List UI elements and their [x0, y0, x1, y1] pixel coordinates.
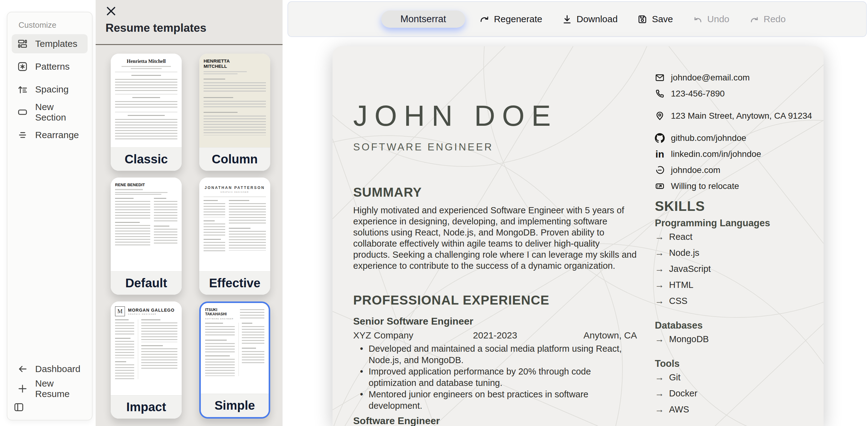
skills-list: MongoDB	[655, 331, 815, 347]
contact-address: 123 Main Street, Anytown, CA 91234	[655, 102, 815, 130]
sidebar-item-label: Patterns	[35, 61, 70, 72]
skills-group-programming-languages: Programming Languages React Node.js Java…	[655, 218, 815, 309]
font-select-button[interactable]: Montserrat	[381, 10, 465, 28]
new-resume-button[interactable]: New Resume	[12, 380, 88, 398]
email-icon	[655, 73, 665, 83]
thumbnail-name: RENE BENEDIT	[115, 183, 177, 187]
github-icon	[655, 133, 665, 143]
contact-text: johndoe@email.com	[671, 73, 750, 83]
regenerate-button[interactable]: Regenerate	[479, 14, 542, 24]
resume-side-column: johndoe@email.com 123 Main Street, Anyto…	[655, 70, 815, 417]
contact-text: linkedin.com/in/johndoe	[671, 149, 761, 159]
undo-button[interactable]: Undo	[693, 14, 730, 24]
customize-label: Customize	[19, 20, 92, 30]
thumbnail-subtitle: GRAPHIC DESIGNER	[204, 191, 266, 193]
template-thumbnail: HENRIETTA MITCHELL	[199, 54, 270, 148]
regenerate-icon	[479, 14, 490, 24]
skill-item: Node.js	[655, 245, 815, 261]
contact-list: johndoe@email.com 123 Main Street, Anyto…	[655, 70, 815, 194]
collapse-sidebar-button[interactable]	[12, 399, 88, 415]
template-card-effective[interactable]: JONATHAN PATTERSON GRAPHIC DESIGNER	[199, 177, 270, 295]
patterns-icon	[17, 61, 28, 72]
template-label: Classic	[111, 148, 182, 171]
close-icon	[105, 5, 117, 17]
sidebar-item-patterns[interactable]: Patterns	[12, 57, 88, 76]
skill-item: React	[655, 229, 815, 245]
template-card-default[interactable]: RENE BENEDIT	[111, 177, 182, 295]
thumbnail-name: ITSUKI TAKAHASHI	[205, 308, 236, 317]
job-bullets: Developed and maintained a social media …	[353, 343, 637, 412]
new-section-icon	[17, 107, 28, 118]
template-card-column[interactable]: HENRIETTA MITCHELL Column	[199, 54, 270, 171]
skills-group-tools: Tools Git Docker AWS	[655, 358, 815, 417]
redo-label: Redo	[764, 14, 786, 24]
skills-list: Git Docker AWS	[655, 369, 815, 417]
redo-icon	[749, 14, 760, 24]
template-card-simple[interactable]: ITSUKI TAKAHASHI SOFTWARE ENGINEER	[199, 301, 270, 419]
resume-main-column: SUMMARY Highly motivated and experienced…	[353, 185, 637, 426]
template-thumbnail: ITSUKI TAKAHASHI SOFTWARE ENGINEER	[201, 303, 269, 394]
close-panel-button[interactable]	[105, 5, 117, 17]
panel-title: Resume templates	[105, 22, 206, 35]
contact-text: Willing to relocate	[671, 181, 739, 191]
sidebar-item-label: Templates	[35, 38, 78, 49]
summary-section: SUMMARY Highly motivated and experienced…	[353, 185, 637, 271]
skill-item: Docker	[655, 385, 815, 401]
template-thumbnail: M MORGAN GALLEGO GRAPHIC DESIGNER	[111, 301, 182, 395]
thumbnail-subtitle: GRAPHIC DESIGNER	[128, 313, 175, 315]
sidebar-item-spacing[interactable]: Spacing	[12, 80, 88, 99]
skills-section: SKILLS Programming Languages React Node.…	[655, 198, 815, 417]
dashboard-label: Dashboard	[35, 364, 81, 374]
skills-list: React Node.js JavaScript HTML CSS	[655, 229, 815, 309]
template-card-classic[interactable]: Henrietta Mitchell Classic	[111, 54, 182, 171]
template-label: Impact	[111, 395, 182, 419]
skill-item: CSS	[655, 293, 815, 309]
customize-sidebar: Customize Templates Patterns	[7, 12, 93, 421]
sidebar-item-rearrange[interactable]: Rearrange	[12, 126, 88, 144]
skill-item: AWS	[655, 401, 815, 417]
linkedin-icon: in	[655, 149, 665, 159]
template-label: Effective	[199, 271, 270, 295]
save-icon	[637, 14, 647, 24]
template-label: Default	[111, 271, 182, 295]
contact-github: github.com/johndoe	[655, 130, 815, 146]
panel-divider	[96, 44, 283, 45]
resume-canvas[interactable]: JOHN DOE SOFTWARE ENGINEER SUMMARY Highl…	[333, 46, 824, 426]
sidebar-footer: Dashboard New Resume	[12, 360, 88, 415]
job-bullet: Mentored junior engineers on best practi…	[353, 389, 637, 412]
templates-icon	[17, 38, 28, 49]
arrow-right-icon	[655, 372, 664, 383]
download-icon	[562, 14, 572, 24]
link-icon	[655, 165, 665, 175]
template-thumbnail: RENE BENEDIT	[111, 177, 182, 271]
skill-item: MongoDB	[655, 331, 815, 347]
experience-heading: PROFESSIONAL EXPERIENCE	[353, 293, 637, 308]
template-grid: Henrietta Mitchell Classic HENRIETTA MIT…	[111, 54, 270, 419]
download-button[interactable]: Download	[562, 14, 618, 24]
contact-linkedin: in linkedin.com/in/johndoe	[655, 146, 815, 162]
experience-job: Software Engineer ABC Company 2018-2021 …	[353, 415, 637, 426]
plus-icon	[17, 384, 28, 394]
sidebar-item-new-section[interactable]: New Section	[12, 103, 88, 122]
save-button[interactable]: Save	[637, 14, 673, 24]
template-card-impact[interactable]: M MORGAN GALLEGO GRAPHIC DESIGNER	[111, 301, 182, 419]
resume-header: JOHN DOE SOFTWARE ENGINEER	[353, 99, 557, 153]
job-bullet: Developed and maintained a social media …	[353, 343, 637, 366]
skill-item: Git	[655, 369, 815, 385]
experience-job: Senior Software Engineer XYZ Company 202…	[353, 316, 637, 412]
redo-button[interactable]: Redo	[749, 14, 786, 24]
template-thumbnail: Henrietta Mitchell	[111, 54, 182, 148]
dashboard-button[interactable]: Dashboard	[12, 360, 88, 378]
contact-email: johndoe@email.com	[655, 70, 815, 86]
skills-heading: SKILLS	[655, 198, 815, 214]
contact-text: 123-456-7890	[671, 89, 724, 99]
arrow-right-icon	[655, 404, 664, 415]
job-bullet: Improved application performance by 20% …	[353, 366, 637, 389]
job-location: Anytown, CA	[542, 330, 637, 340]
resume-title: SOFTWARE ENGINEER	[353, 141, 557, 153]
new-resume-label: New Resume	[35, 378, 82, 399]
sidebar-item-templates[interactable]: Templates	[12, 34, 88, 53]
contact-website: johndoe.com	[655, 162, 815, 178]
summary-body: Highly motivated and experienced Softwar…	[353, 205, 637, 271]
resume-name: JOHN DOE	[353, 99, 557, 133]
